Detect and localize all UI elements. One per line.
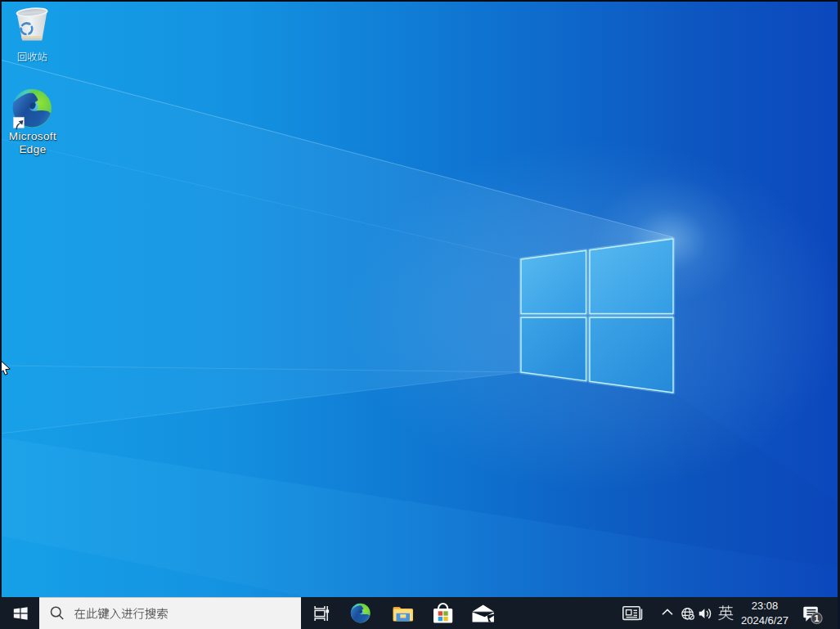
- svg-text:1: 1: [814, 613, 820, 623]
